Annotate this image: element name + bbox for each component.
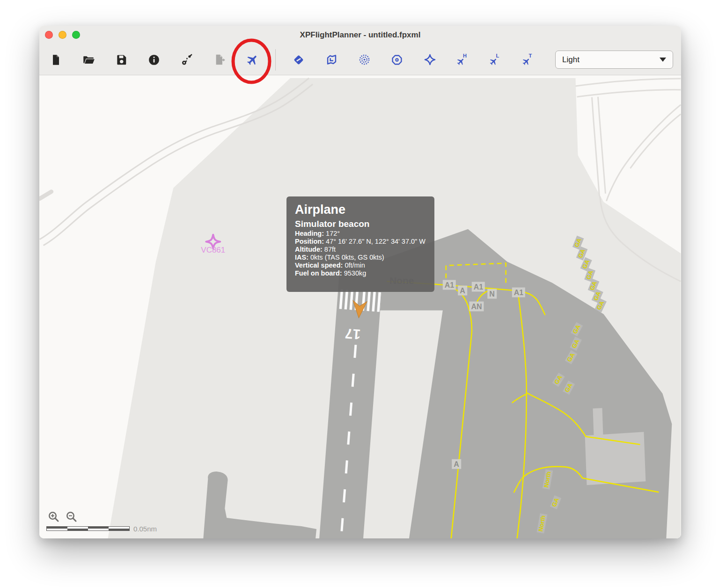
- svg-text:L: L: [496, 53, 499, 58]
- map-layer-button[interactable]: [315, 49, 348, 71]
- route-button[interactable]: [170, 49, 203, 71]
- maximize-button[interactable]: [72, 31, 80, 39]
- new-file-button[interactable]: [39, 49, 72, 71]
- heavy-airports-icon: H: [456, 53, 469, 66]
- tooltip-row-label: Fuel on board:: [295, 269, 342, 277]
- ndb-layer-icon: [391, 54, 403, 66]
- tooltip-row: Position: 47° 16' 27.6" N, 122° 34' 37.0…: [295, 238, 426, 246]
- route-icon: [181, 53, 193, 66]
- tooltip-row-label: Heading:: [295, 230, 324, 237]
- ndb-layer-button[interactable]: [381, 49, 413, 71]
- heavy-airports-layer-button[interactable]: H: [446, 49, 479, 71]
- aircraft-tooltip: Airplane Simulator beacon Heading: 172° …: [286, 196, 434, 292]
- airplane-icon: [246, 53, 259, 66]
- window-title: XPFlightPlanner - untitled.fpxml: [300, 30, 421, 40]
- tooltip-row-value: 172°: [326, 230, 340, 237]
- tooltip-row: Fuel on board: 9530kg: [295, 269, 426, 277]
- traffic-lights: [45, 31, 80, 39]
- minimize-button[interactable]: [59, 31, 66, 39]
- svg-text:H: H: [463, 53, 467, 58]
- tooltip-subtitle: Simulator beacon: [295, 218, 426, 230]
- tooltip-row-label: Position:: [295, 238, 324, 245]
- zoom-in-button[interactable]: [48, 511, 60, 523]
- new-file-icon: [50, 54, 62, 66]
- map-scale: 0.05nm: [46, 524, 157, 533]
- save-file-button[interactable]: [105, 49, 138, 71]
- titlebar: XPFlightPlanner - untitled.fpxml: [39, 26, 681, 44]
- tooltip-row-label: Altitude:: [295, 246, 323, 253]
- vor-layer-button[interactable]: [348, 49, 381, 71]
- info-icon: [148, 54, 160, 66]
- scale-label: 0.05nm: [133, 525, 157, 533]
- map-graphics: 17 None: [39, 76, 681, 538]
- toolbar: H L T Light: [39, 44, 681, 75]
- fix-layer-button[interactable]: [413, 49, 446, 71]
- close-button[interactable]: [45, 31, 53, 39]
- airspace-layer-icon: [293, 54, 305, 66]
- svg-text:T: T: [529, 53, 532, 58]
- scale-bar-graphic: [46, 524, 130, 533]
- towered-airports-icon: T: [521, 53, 535, 66]
- light-airports-icon: L: [489, 53, 502, 66]
- tooltip-row-value: 47° 16' 27.6" N, 122° 34' 37.0" W: [326, 238, 426, 245]
- export-icon: [213, 53, 226, 66]
- map-layer-icon: [325, 53, 338, 66]
- light-airports-layer-button[interactable]: L: [479, 49, 512, 71]
- runway-number: 17: [345, 326, 361, 342]
- waypoint-label: VC861: [201, 246, 225, 254]
- towered-airports-layer-button[interactable]: T: [512, 49, 544, 71]
- zoom-out-button[interactable]: [66, 511, 78, 523]
- map-style-dropdown[interactable]: Light: [555, 51, 673, 69]
- fix-layer-icon: [424, 53, 436, 66]
- info-button[interactable]: [138, 49, 170, 71]
- tooltip-row-value: 0kts (TAS 0kts, GS 0kts): [310, 254, 384, 261]
- zoom-out-icon: [66, 517, 78, 524]
- tooltip-row-value: 87ft: [324, 246, 336, 253]
- open-file-button[interactable]: [72, 49, 105, 71]
- tooltip-row-value: 0ft/min: [345, 261, 365, 269]
- airspace-layer-button[interactable]: [282, 49, 315, 71]
- map-canvas[interactable]: 17 None: [39, 76, 681, 538]
- zoom-controls: [48, 511, 78, 523]
- toolbar-separator: [275, 49, 276, 71]
- chevron-down-icon: [660, 58, 666, 62]
- tooltip-row: IAS: 0kts (TAS 0kts, GS 0kts): [295, 254, 426, 261]
- airplane-position-button[interactable]: [236, 49, 269, 71]
- tooltip-row: Altitude: 87ft: [295, 246, 426, 254]
- zoom-in-icon: [48, 517, 60, 524]
- tooltip-row: Heading: 172°: [295, 230, 426, 238]
- tooltip-row-value: 9530kg: [344, 269, 367, 277]
- tooltip-row-label: Vertical speed:: [295, 261, 343, 269]
- vor-layer-icon: [358, 53, 371, 66]
- save-icon: [115, 54, 127, 66]
- map-style-value: Light: [562, 55, 660, 65]
- tooltip-title: Airplane: [295, 202, 426, 217]
- export-flightplan-button[interactable]: [203, 49, 236, 71]
- app-window: XPFlightPlanner - untitled.fpxml: [39, 26, 681, 538]
- open-folder-icon: [82, 53, 95, 66]
- tooltip-row-label: IAS:: [295, 254, 308, 261]
- tooltip-row: Vertical speed: 0ft/min: [295, 261, 426, 269]
